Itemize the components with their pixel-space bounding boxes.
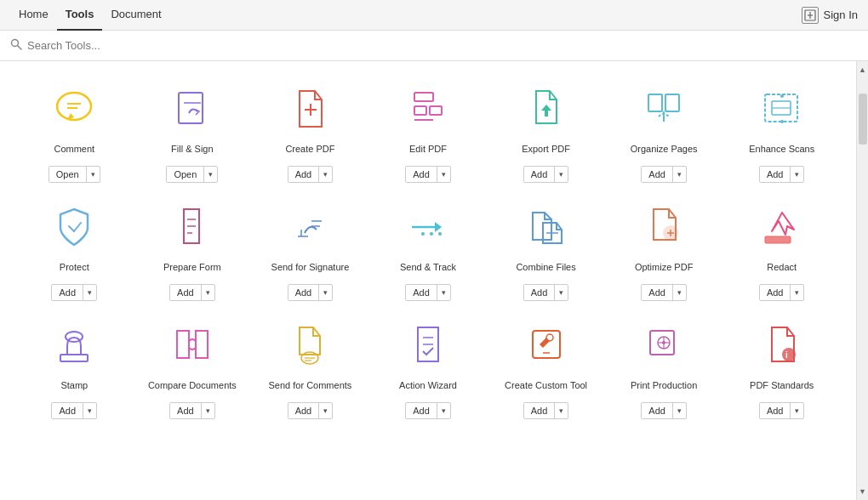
tool-btn-group-print-production: Add ▾: [641, 402, 687, 419]
svg-text:i: i: [785, 350, 788, 360]
tool-btn-group-create-custom-tool: Add ▾: [523, 402, 569, 419]
svg-point-58: [662, 341, 665, 344]
tool-name-comment: Comment: [54, 137, 94, 161]
tool-card-create-pdf: Create PDF Add ▾: [253, 78, 368, 188]
svg-point-52: [546, 334, 553, 341]
tool-add-button-print-production[interactable]: Add: [642, 403, 673, 418]
tool-btn-group-combine-files: Add ▾: [523, 284, 569, 301]
fill-sign-icon: [167, 85, 218, 132]
tool-add-button-stamp[interactable]: Add: [52, 403, 83, 418]
tool-name-send-signature: Send for Signature: [271, 255, 350, 279]
tool-card-pdf-standards: i PDF Standards Add ▾: [724, 315, 839, 424]
tool-arrow-button-organize-pages[interactable]: ▾: [673, 168, 686, 181]
combine-files-icon: [521, 203, 572, 250]
svg-rect-13: [414, 93, 433, 101]
stamp-icon: [49, 321, 100, 368]
tool-btn-group-prepare-form: Add ▾: [169, 284, 215, 301]
tool-arrow-button-send-track[interactable]: ▾: [437, 286, 450, 299]
scroll-down-arrow[interactable]: ▼: [856, 485, 868, 498]
tool-arrow-button-redact[interactable]: ▾: [791, 286, 803, 299]
tool-arrow-button-print-production[interactable]: ▾: [673, 404, 686, 418]
redact-icon: [757, 203, 808, 250]
tool-card-fill-sign: Fill & Sign Open ▾: [135, 78, 250, 188]
tool-arrow-button-stamp[interactable]: ▾: [83, 404, 96, 418]
tool-card-compare-documents: Compare Documents Add ▾: [135, 315, 250, 424]
tools-grid: Comment Open ▾ Fill & Sign: [17, 78, 839, 424]
tool-arrow-button-pdf-standards[interactable]: ▾: [791, 404, 803, 418]
tool-card-send-track: Send & Track Add ▾: [371, 196, 486, 306]
tool-name-edit-pdf: Edit PDF: [409, 137, 447, 161]
tool-arrow-button-create-pdf[interactable]: ▾: [319, 168, 332, 181]
tool-add-button-edit-pdf[interactable]: Add: [406, 167, 437, 182]
nav-document[interactable]: Document: [102, 0, 169, 31]
tool-add-button-export-pdf[interactable]: Add: [524, 167, 556, 182]
tool-name-send-comments: Send for Comments: [269, 373, 352, 397]
svg-rect-15: [430, 106, 442, 115]
svg-point-21: [780, 94, 784, 98]
svg-rect-17: [648, 94, 662, 111]
tool-add-button-create-pdf[interactable]: Add: [288, 167, 320, 182]
enhance-scans-icon: [757, 85, 808, 132]
search-input[interactable]: [27, 39, 197, 52]
tool-name-prepare-form: Prepare Form: [163, 255, 221, 279]
tool-btn-group-action-wizard: Add ▾: [405, 402, 451, 419]
tool-add-button-create-custom-tool[interactable]: Add: [524, 403, 556, 418]
svg-point-38: [438, 232, 442, 236]
send-track-icon: [403, 203, 454, 250]
tool-card-create-custom-tool: Create Custom Tool Add ▾: [488, 315, 603, 424]
tool-btn-group-send-signature: Add ▾: [288, 284, 334, 301]
tool-btn-group-create-pdf: Add ▾: [288, 166, 334, 183]
comment-icon: [49, 85, 100, 132]
tool-arrow-button-comment[interactable]: ▾: [87, 168, 100, 181]
tool-name-protect: Protect: [60, 255, 89, 279]
tool-arrow-button-fill-sign[interactable]: ▾: [204, 168, 217, 181]
tool-arrow-button-enhance-scans[interactable]: ▾: [791, 168, 803, 181]
tool-add-button-protect[interactable]: Add: [52, 285, 83, 300]
tool-arrow-button-combine-files[interactable]: ▾: [555, 286, 568, 299]
tool-name-fill-sign: Fill & Sign: [171, 137, 214, 161]
tool-arrow-button-action-wizard[interactable]: ▾: [437, 404, 450, 418]
sign-in-button[interactable]: Sign In: [802, 7, 858, 24]
tool-arrow-button-edit-pdf[interactable]: ▾: [437, 168, 450, 181]
print-production-icon: [638, 321, 689, 368]
tool-btn-group-enhance-scans: Add ▾: [759, 166, 805, 183]
tool-arrow-button-send-signature[interactable]: ▾: [319, 286, 332, 299]
tool-add-button-prepare-form[interactable]: Add: [170, 285, 202, 300]
tool-arrow-button-compare-documents[interactable]: ▾: [202, 404, 214, 418]
tool-add-button-organize-pages[interactable]: Add: [642, 167, 673, 182]
tool-name-enhance-scans: Enhance Scans: [749, 137, 814, 161]
tool-add-button-action-wizard[interactable]: Add: [406, 403, 437, 418]
tool-btn-group-organize-pages: Add ▾: [641, 166, 687, 183]
tool-open-button-comment[interactable]: Open: [49, 167, 87, 182]
tool-add-button-redact[interactable]: Add: [760, 285, 791, 300]
tool-name-create-pdf: Create PDF: [285, 137, 334, 161]
tool-arrow-button-send-comments[interactable]: ▾: [319, 404, 332, 418]
tool-card-enhance-scans: Enhance Scans Add ▾: [724, 78, 839, 188]
tool-name-combine-files: Combine Files: [516, 255, 575, 279]
tool-add-button-send-track[interactable]: Add: [406, 285, 437, 300]
tool-arrow-button-create-custom-tool[interactable]: ▾: [555, 404, 568, 418]
protect-icon: [49, 203, 100, 250]
nav-home[interactable]: Home: [10, 0, 57, 31]
tool-name-compare-documents: Compare Documents: [148, 373, 237, 397]
tool-add-button-compare-documents[interactable]: Add: [170, 403, 202, 418]
scrollbar[interactable]: ▲ ▼: [856, 61, 868, 500]
tool-add-button-send-signature[interactable]: Add: [288, 285, 320, 300]
tool-add-button-enhance-scans[interactable]: Add: [760, 167, 791, 182]
nav-tools[interactable]: Tools: [57, 0, 103, 31]
scrollbar-thumb[interactable]: [859, 94, 867, 145]
tool-arrow-button-export-pdf[interactable]: ▾: [555, 168, 568, 181]
tool-open-button-fill-sign[interactable]: Open: [167, 167, 204, 182]
tool-add-button-optimize-pdf[interactable]: Add: [642, 285, 673, 300]
tool-btn-group-fill-sign: Open ▾: [166, 166, 218, 183]
tool-add-button-combine-files[interactable]: Add: [524, 285, 556, 300]
scroll-up-arrow[interactable]: ▲: [856, 63, 868, 77]
tool-add-button-send-comments[interactable]: Add: [288, 403, 320, 418]
tool-add-button-pdf-standards[interactable]: Add: [760, 403, 791, 418]
tool-arrow-button-prepare-form[interactable]: ▾: [202, 286, 214, 299]
tool-arrow-button-protect[interactable]: ▾: [83, 286, 96, 299]
tool-arrow-button-optimize-pdf[interactable]: ▾: [673, 286, 686, 299]
create-pdf-icon: [284, 85, 335, 132]
tool-card-redact: Redact Add ▾: [724, 196, 839, 306]
tool-btn-group-send-comments: Add ▾: [288, 402, 334, 419]
